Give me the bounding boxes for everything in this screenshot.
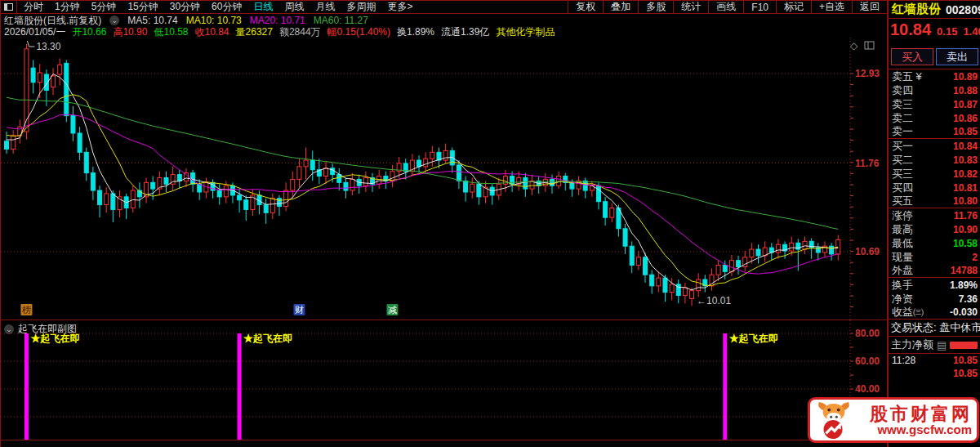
ask5-label: 卖五 ¥ [892,69,922,84]
signal-bar[interactable] [24,333,29,440]
trade-status-value: 盘中休市 [939,320,980,335]
bid2-price: 10.83 [953,154,978,166]
ask1-row[interactable]: 卖一10.85 [889,125,980,139]
back-button[interactable]: 返回 [852,1,887,13]
bid1-row[interactable]: 买一10.84 [889,139,980,153]
menu-item-30min[interactable]: 30分钟 [170,0,200,14]
turnover-value: 1.89% [950,279,978,291]
menu-item-daily[interactable]: 日线 [253,0,273,14]
signal-bar[interactable] [238,333,242,440]
chevron-down-icon[interactable]: ⌄ [109,16,119,25]
main-flow-row[interactable]: 主力净额 ▤ [889,337,980,354]
sell-button[interactable]: 卖出 [936,48,978,65]
menu-item-1min[interactable]: 1分钟 [55,0,80,14]
svg-text:榜: 榜 [22,305,31,315]
bid5-row[interactable]: 买五10.80 [889,194,980,208]
info-industry[interactable]: 其他化学制品 [496,25,555,39]
trading-app-window: 分时 1分钟 5分钟 15分钟 30分钟 60分钟 日线 周线 月线 多周期 更… [0,0,980,447]
event-marker-榜[interactable]: 榜 [20,304,32,315]
svg-text:13.30: 13.30 [36,41,60,52]
window-split-icon[interactable] [1,1,17,13]
net-asset-label: 净资 [892,292,913,306]
ask3-label: 卖三 [892,97,913,112]
menu-item-weekly[interactable]: 周线 [284,0,304,14]
tick-time: 11:28 [892,355,915,366]
menu-item-fenshi[interactable]: 分时 [24,0,43,14]
info-amount: 额2844万 [279,25,321,39]
mark-button[interactable]: 标记 [776,1,811,13]
eps-value: -0.030 [950,306,978,318]
ask2-row[interactable]: 卖二10.86 [889,111,980,125]
menu-item-60min[interactable]: 60分钟 [212,0,242,14]
info-date: 2026/01/05/一 [4,25,65,39]
net-asset-value: 7.36 [959,293,978,305]
info-turnover: 换1.89% [397,25,434,39]
multistock-button[interactable]: 多股 [638,1,673,13]
bid4-label: 买四 [892,181,913,195]
watermark-banner: 股市财富网 www.gscfw.com [808,397,979,443]
event-marker-财[interactable]: 财 [293,304,305,315]
menu-item-5min[interactable]: 5分钟 [91,0,117,14]
ask5-row[interactable]: 卖五 ¥10.89 [889,69,980,83]
menu-item-15min[interactable]: 15分钟 [127,0,158,14]
net-asset-row: 净资7.36 [889,292,980,306]
cur-vol-row: 现量2 [889,250,980,264]
stock-header[interactable]: 红墙股份 002809 [889,1,980,19]
ask4-price: 10.88 [953,85,978,96]
bid1-price: 10.84 [953,141,978,152]
watermark-url: www.gscfw.com [877,423,972,436]
chart-info-line: 2026/01/05/一 开10.66 高10.90 低10.58 收10.84… [4,26,555,38]
bid5-price: 10.80 [953,195,978,207]
eps-label: 收益㈢ [892,305,924,320]
tick-row-2: 10.85 [889,367,980,380]
f10-button[interactable]: F10 [743,1,776,13]
period-menu: 分时 1分钟 5分钟 15分钟 30分钟 60分钟 日线 周线 月线 多周期 更… [17,0,568,14]
sub-chart-canvas[interactable]: 80.0060.0040.00★起飞在即★起飞在即★起飞在即 [1,320,887,440]
overlay-button[interactable]: 叠加 [603,1,638,13]
day-low-row: 最低10.58 [889,236,980,250]
bull-logo-icon [815,400,853,440]
order-buttons: 买入 卖出 [889,45,980,69]
info-low: 低10.58 [154,25,188,39]
cur-vol-value: 2 [972,252,978,263]
ask3-row[interactable]: 卖三10.87 [889,97,980,111]
outer-vol-row: 外盘14788 [889,264,980,278]
signal-bar[interactable] [723,333,727,440]
day-high-row: 最高10.90 [889,222,980,236]
outer-vol-label: 外盘 [892,263,913,278]
restore-button[interactable]: 复权 [568,1,603,13]
main-flow-bar [950,342,978,349]
watermark-text: 股市财富网 www.gscfw.com [858,405,972,436]
bid3-price: 10.82 [953,168,978,180]
statistics-button[interactable]: 统计 [673,1,708,13]
menu-item-monthly[interactable]: 月线 [315,0,335,14]
day-low-label: 最低 [892,236,913,251]
signal-label: ★起飞在即 [29,333,79,344]
bid2-row[interactable]: 买二10.83 [889,153,980,167]
menu-item-more[interactable]: 更多> [387,0,412,14]
cur-vol-label: 现量 [892,250,913,265]
bid4-row[interactable]: 买四10.81 [889,181,980,194]
tick-price-2: 10.85 [953,368,978,379]
bid3-label: 买三 [892,167,913,181]
menu-item-multiperiod[interactable]: 多周期 [346,0,376,14]
watermark-site-name: 股市财富网 [870,405,972,423]
ask4-row[interactable]: 卖四10.88 [889,83,980,97]
turnover-row: 换手1.89% [889,278,980,292]
ask2-label: 卖二 [892,111,913,126]
list-icon: ▤ [937,339,947,351]
bid5-label: 买五 [892,194,913,208]
buy-button[interactable]: 买入 [891,48,933,65]
stock-code: 002809 [946,3,980,16]
svg-text:60.00: 60.00 [855,355,880,367]
drawline-button[interactable]: 画线 [708,1,743,13]
day-high-label: 最高 [892,222,913,237]
add-watchlist-button[interactable]: +自选 [811,1,852,13]
price-change-pct: 1.40% [963,25,980,38]
bid3-row[interactable]: 买三10.82 [889,167,980,181]
main-chart-canvas[interactable]: 12.9311.7610.69◇13.30←10.01榜财减 [1,38,887,320]
bid1-label: 买一 [892,139,913,154]
svg-text:11.76: 11.76 [855,158,880,169]
outer-vol-value: 14788 [951,265,978,276]
event-marker-减[interactable]: 减 [386,304,398,315]
